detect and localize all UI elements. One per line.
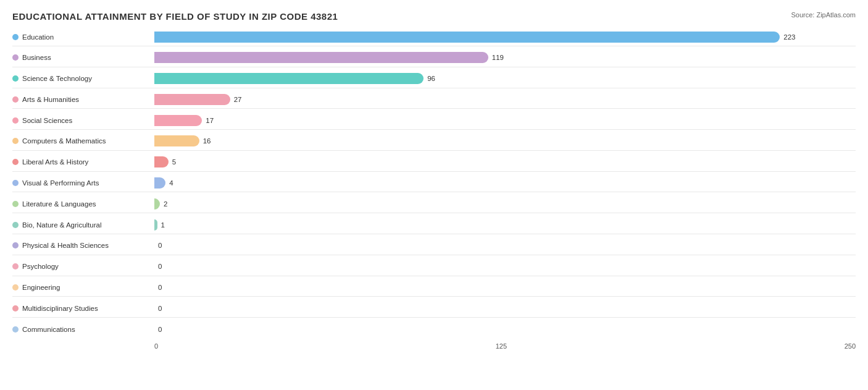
bar-label-text: Engineering — [22, 284, 60, 291]
bar-label-text: Physical & Health Sciences — [22, 242, 109, 249]
bar-dot-icon — [12, 159, 19, 165]
bar-value-label: 96 — [427, 75, 435, 82]
bar-label: Engineering — [12, 284, 154, 291]
bar-row: Psychology0 — [12, 258, 856, 276]
bar-label: Business — [12, 54, 154, 61]
bar-dot-icon — [12, 263, 19, 269]
bar-track: 27 — [154, 90, 856, 108]
bar-label-text: Computers & Mathematics — [22, 137, 106, 145]
bar-track: 1 — [154, 216, 856, 234]
bar-value-label: 4 — [169, 179, 173, 187]
bar-dot-icon — [12, 326, 19, 333]
bar-row: Physical & Health Sciences0 — [12, 237, 856, 255]
bar-fill — [154, 73, 424, 84]
bar-label: Bio, Nature & Agricultural — [12, 221, 154, 229]
chart-container: EDUCATIONAL ATTAINMENT BY FIELD OF STUDY… — [0, 0, 868, 390]
bar-label: Liberal Arts & History — [12, 158, 154, 166]
bar-row: Social Sciences17 — [12, 111, 856, 130]
bar-label: Arts & Humanities — [12, 96, 154, 103]
bar-dot-icon — [12, 54, 19, 61]
bar-value-label: 0 — [158, 326, 162, 333]
bar-track: 119 — [154, 49, 856, 67]
bar-label: Literature & Languages — [12, 200, 154, 208]
bar-fill — [154, 198, 160, 210]
bar-row: Literature & Languages2 — [12, 195, 856, 213]
x-axis-tick: 125 — [496, 342, 507, 350]
bar-fill — [154, 156, 169, 167]
bar-value-label: 0 — [158, 305, 162, 312]
bar-track: 17 — [154, 111, 856, 129]
bar-label-text: Multidisciplinary Studies — [22, 305, 98, 312]
bar-label-text: Education — [22, 33, 54, 41]
bar-row: Multidisciplinary Studies0 — [12, 299, 856, 318]
x-axis-tick: 250 — [845, 342, 856, 350]
bar-label-text: Social Sciences — [22, 117, 72, 124]
bar-label-text: Liberal Arts & History — [22, 158, 88, 166]
bar-label: Education — [12, 33, 154, 41]
bar-track: 0 — [154, 237, 856, 255]
bar-label-text: Arts & Humanities — [22, 96, 79, 103]
bar-value-label: 5 — [172, 158, 176, 166]
bar-dot-icon — [12, 305, 19, 312]
bar-label: Science & Technology — [12, 75, 154, 82]
bar-label-text: Psychology — [22, 263, 59, 270]
bar-track: 0 — [154, 299, 856, 317]
bar-label-text: Business — [22, 54, 51, 61]
bar-value-label: 0 — [158, 284, 162, 291]
bar-value-label: 27 — [234, 96, 242, 103]
bar-dot-icon — [12, 242, 19, 248]
bar-track: 4 — [154, 174, 856, 192]
bars-area: Education223Business119Science & Technol… — [12, 28, 856, 339]
bar-dot-icon — [12, 138, 19, 144]
bar-dot-icon — [12, 201, 19, 207]
bar-track: 0 — [154, 278, 856, 296]
bar-row: Education223 — [12, 28, 856, 46]
bar-dot-icon — [12, 75, 19, 82]
bar-track: 16 — [154, 132, 856, 150]
bar-track: 2 — [154, 195, 856, 213]
bar-fill — [154, 177, 165, 189]
bar-row: Arts & Humanities27 — [12, 90, 856, 109]
bar-dot-icon — [12, 222, 19, 228]
bar-row: Communications0 — [12, 320, 856, 339]
bar-value-label: 119 — [492, 54, 504, 61]
bar-dot-icon — [12, 180, 19, 186]
bar-row: Engineering0 — [12, 278, 856, 297]
bar-fill — [154, 52, 488, 63]
bar-value-label: 0 — [158, 242, 162, 249]
bar-label: Physical & Health Sciences — [12, 242, 154, 249]
bar-track: 96 — [154, 70, 856, 88]
bar-track: 0 — [154, 258, 856, 276]
bar-label: Psychology — [12, 263, 154, 270]
bar-row: Liberal Arts & History5 — [12, 153, 856, 172]
chart-source: Source: ZipAtlas.com — [791, 11, 856, 19]
bar-fill — [154, 32, 780, 43]
bar-track: 5 — [154, 153, 856, 171]
bar-track: 0 — [154, 320, 856, 339]
bar-label: Visual & Performing Arts — [12, 179, 154, 187]
bar-value-label: 16 — [203, 137, 211, 145]
bar-label-text: Bio, Nature & Agricultural — [22, 221, 101, 229]
bar-dot-icon — [12, 96, 19, 103]
x-axis: 0125250 — [154, 342, 856, 350]
bar-label: Computers & Mathematics — [12, 137, 154, 145]
bar-row: Computers & Mathematics16 — [12, 132, 856, 151]
bar-dot-icon — [12, 284, 19, 290]
bar-track: 223 — [154, 28, 856, 46]
bar-dot-icon — [12, 34, 19, 40]
bar-row: Science & Technology96 — [12, 70, 856, 88]
bar-fill — [154, 115, 202, 126]
bar-fill — [154, 219, 157, 231]
bar-label-text: Communications — [22, 326, 75, 333]
bar-label-text: Visual & Performing Arts — [22, 179, 99, 187]
bar-row: Bio, Nature & Agricultural1 — [12, 216, 856, 234]
bar-value-label: 2 — [164, 200, 167, 208]
bar-value-label: 1 — [161, 221, 165, 229]
bar-label: Social Sciences — [12, 117, 154, 124]
bar-label: Multidisciplinary Studies — [12, 305, 154, 312]
x-axis-tick: 0 — [154, 342, 158, 350]
bar-fill — [154, 94, 230, 105]
bar-label-text: Science & Technology — [22, 75, 92, 82]
bar-row: Business119 — [12, 49, 856, 67]
bar-fill — [154, 135, 199, 146]
